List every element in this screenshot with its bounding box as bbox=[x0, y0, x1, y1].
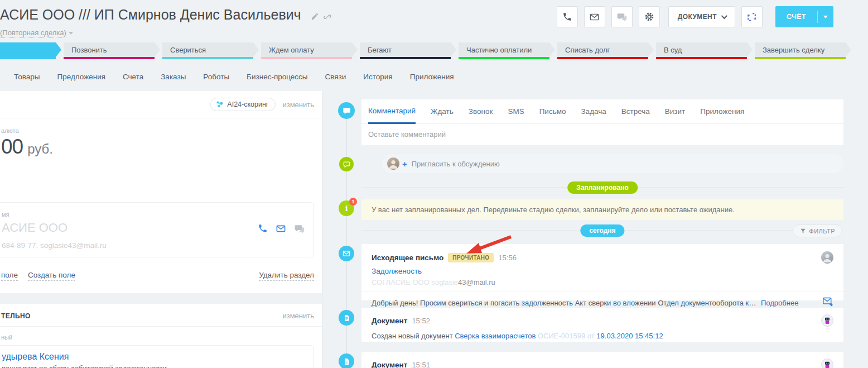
invite-bubble-icon bbox=[339, 157, 354, 171]
tab-roboty[interactable]: Роботы bbox=[203, 73, 229, 81]
tab-svyazi[interactable]: Связи bbox=[325, 73, 346, 81]
timeline-item-document[interactable]: Документ 15:52 Создан новый документ Све… bbox=[361, 308, 843, 342]
timeline-item-outgoing-mail[interactable]: Исходящее письмо ПРОЧИТАНО 15:56 Задолже… bbox=[361, 244, 843, 300]
invite-to-discussion[interactable]: + Пригласить к обсуждению bbox=[382, 154, 843, 173]
tab-scheta[interactable]: Счета bbox=[123, 73, 143, 81]
robot-avatar bbox=[821, 359, 833, 368]
section-edit-link[interactable]: изменить bbox=[282, 312, 314, 320]
composer-tab-task[interactable]: Задача bbox=[581, 99, 606, 123]
email-button[interactable] bbox=[584, 6, 605, 27]
chat-button-disabled[interactable] bbox=[611, 6, 633, 27]
forward-mail-icon[interactable] bbox=[822, 297, 833, 309]
tab-prilozheniya[interactable]: Приложения bbox=[410, 73, 454, 81]
stage-zavershit-sdelku[interactable]: Завершить сделку bbox=[755, 42, 846, 59]
stage-begayut[interactable]: Бегают bbox=[360, 42, 451, 59]
tab-zakazy[interactable]: Заказы bbox=[161, 73, 186, 81]
responsible-card[interactable]: удырева Ксения пециалист по сбору дебито… bbox=[0, 345, 314, 368]
stage-spisat-dolg[interactable]: Списать долг bbox=[557, 42, 648, 59]
mail-event-icon bbox=[339, 246, 354, 261]
responsible-role: пециалист по сбору дебиторской задолженн… bbox=[2, 364, 306, 368]
document-date-link[interactable]: 19.03.2020 15:45:12 bbox=[596, 332, 663, 340]
fullscreen-button[interactable] bbox=[741, 6, 763, 27]
composer-tab-meeting[interactable]: Встреча bbox=[621, 99, 650, 123]
tab-biznes-processy[interactable]: Бизнес-процессы bbox=[247, 73, 307, 81]
stage-sveritsya[interactable]: Свериться bbox=[162, 42, 253, 59]
invoice-split-button[interactable]: СЧЁТ bbox=[775, 6, 833, 27]
no-planned-activities-banner: У вас нет запланированных дел. Передвинь… bbox=[361, 199, 843, 220]
company-field-card[interactable]: мя АСИЕ ООО 684-89-77, soglasie43@mail.r… bbox=[0, 202, 314, 257]
delete-section-link[interactable]: Удалить раздел bbox=[259, 271, 314, 281]
edit-fields-link[interactable]: изменить bbox=[282, 101, 314, 109]
stage-pozvonit[interactable]: Позвонить bbox=[64, 42, 155, 59]
composer-tab-wait[interactable]: Ждать bbox=[431, 99, 454, 123]
avatar bbox=[387, 157, 399, 170]
caret-down-icon bbox=[69, 32, 73, 35]
invoice-button-label[interactable]: СЧЁТ bbox=[775, 6, 817, 27]
chat-icon bbox=[616, 12, 627, 22]
create-field-link[interactable]: Создать поле bbox=[28, 271, 75, 281]
copy-link-icon[interactable] bbox=[324, 8, 332, 24]
call-button[interactable] bbox=[557, 6, 578, 27]
annotation-arrow bbox=[462, 233, 518, 260]
invite-label: Пригласить к обсуждению bbox=[412, 160, 500, 168]
composer-tab-call[interactable]: Звонок bbox=[469, 99, 493, 123]
info-count-badge: 1 bbox=[349, 198, 357, 205]
deal-type-dropdown[interactable]: (Повторная сделка) bbox=[0, 28, 73, 38]
composer-tab-apps[interactable]: Приложения bbox=[700, 99, 744, 123]
stage-current[interactable] bbox=[0, 42, 56, 59]
item-title: Документ bbox=[372, 317, 407, 325]
composer-tab-letter[interactable]: Письмо bbox=[539, 99, 566, 123]
planned-separator: Запланировано bbox=[361, 181, 843, 193]
chevron-down-icon bbox=[721, 13, 727, 19]
document-event-icon bbox=[339, 353, 354, 368]
company-mail-icon[interactable] bbox=[276, 223, 286, 236]
phone-icon bbox=[562, 12, 572, 22]
item-time: 15:51 bbox=[412, 361, 430, 368]
add-user-icon: + bbox=[402, 159, 407, 169]
composer-tab-comment[interactable]: Комментарий bbox=[368, 99, 416, 124]
activity-composer: Комментарий Ждать Звонок SMS Письмо Зада… bbox=[361, 99, 843, 145]
date-pill: сегодня bbox=[580, 224, 624, 237]
header-actions: ДОКУМЕНТ СЧЁТ bbox=[557, 6, 833, 27]
invoice-caret-button[interactable] bbox=[818, 6, 833, 27]
timeline-item-document[interactable]: Документ 15:51 bbox=[361, 352, 843, 368]
document-dropdown-button[interactable]: ДОКУМЕНТ bbox=[668, 6, 735, 27]
company-chat-icon[interactable] bbox=[294, 223, 305, 236]
tab-predlozheniya[interactable]: Предложения bbox=[57, 73, 105, 81]
deal-tabs: Товары Предложения Счета Заказы Роботы Б… bbox=[14, 73, 454, 81]
tab-istoriya[interactable]: История bbox=[363, 73, 392, 81]
mail-body-preview: Добрый день! Просим свериться и погасить… bbox=[372, 299, 756, 307]
settings-button[interactable] bbox=[639, 6, 660, 27]
robot-avatar bbox=[821, 314, 833, 327]
item-title: Исходящее письмо bbox=[372, 254, 443, 262]
edit-title-icon[interactable] bbox=[311, 8, 319, 24]
avatar bbox=[821, 251, 833, 264]
composer-tab-sms[interactable]: SMS bbox=[508, 99, 524, 123]
planned-badge: Запланировано bbox=[567, 181, 638, 194]
comment-input[interactable] bbox=[368, 130, 831, 138]
company-call-icon[interactable] bbox=[258, 223, 268, 236]
stage-v-sud[interactable]: В суд bbox=[656, 42, 747, 59]
item-time: 15:52 bbox=[412, 317, 430, 325]
stage-chastichno-oplatili[interactable]: Частично оплатили bbox=[459, 42, 549, 59]
filter-icon bbox=[800, 228, 806, 234]
comment-bubble-icon bbox=[338, 102, 355, 119]
select-field-link[interactable]: поле bbox=[1, 271, 18, 281]
today-separator: сегодня ФИЛЬТР bbox=[361, 224, 843, 238]
ai-scoring-badge[interactable]: AI24-скоринг bbox=[210, 98, 276, 111]
currency-field-label: алюта bbox=[1, 127, 314, 134]
stage-zhdem-oplatu[interactable]: Ждем оплату bbox=[261, 42, 352, 59]
more-link[interactable]: Подробнее bbox=[761, 299, 798, 307]
section-divider bbox=[0, 293, 322, 304]
item-title: Документ bbox=[372, 361, 407, 368]
filter-button[interactable]: ФИЛЬТР bbox=[793, 224, 842, 237]
company-contacts: 684-89-77, soglasie43@mail.ru bbox=[2, 241, 305, 250]
mail-sender: СОГЛАСИЕ ООО soglasie43@mail.ru bbox=[372, 278, 833, 286]
composer-tab-visit[interactable]: Визит bbox=[665, 99, 685, 123]
deal-header: АСИЕ ООО /// ИП Смирнов Денис Васильевич… bbox=[0, 7, 332, 38]
amount-block: алюта 00руб. bbox=[0, 118, 322, 159]
mail-subject-link[interactable]: Задолженость bbox=[372, 267, 833, 275]
responsible-name-link[interactable]: удырева Ксения bbox=[2, 352, 306, 362]
tab-tovary[interactable]: Товары bbox=[14, 73, 40, 81]
document-link[interactable]: Сверка взаиморасчетов bbox=[455, 332, 536, 340]
